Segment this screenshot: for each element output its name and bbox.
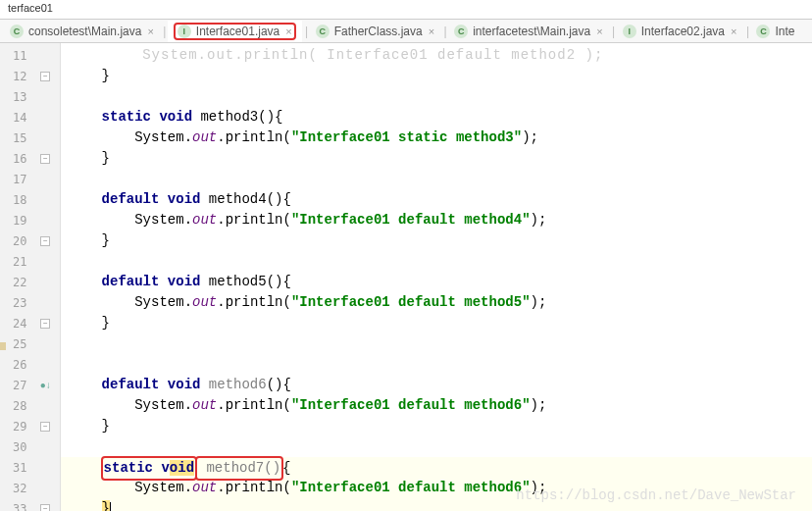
- line-number: 26: [0, 358, 31, 372]
- line-number: 30: [0, 440, 31, 454]
- code-line: }: [61, 313, 812, 333]
- code-line: }: [61, 416, 812, 436]
- code-line: [61, 333, 812, 354]
- code-line: System.out.println("Interface01 default …: [61, 478, 812, 498]
- line-number: 27: [0, 379, 31, 392]
- line-number: 28: [0, 399, 31, 413]
- line-number: 18: [0, 193, 31, 207]
- window-title: terface01: [0, 0, 812, 20]
- fold-end-icon[interactable]: −: [40, 154, 50, 164]
- line-number: 29: [0, 420, 31, 434]
- line-number: 12: [0, 70, 31, 83]
- code-line: System.out.println("Interface01 default …: [61, 210, 812, 230]
- class-icon: C: [10, 25, 24, 38]
- fold-end-icon[interactable]: −: [40, 236, 50, 246]
- annotation-highlight: I Interface01.java ×: [174, 23, 296, 40]
- close-icon[interactable]: ×: [731, 26, 736, 37]
- fold-end-icon[interactable]: −: [40, 504, 50, 512]
- code-line: [61, 436, 812, 457]
- close-icon[interactable]: ×: [147, 26, 153, 37]
- tab-label: consoletest\Main.java: [28, 25, 141, 38]
- line-number: 24: [0, 317, 31, 331]
- fold-end-icon[interactable]: −: [40, 319, 50, 329]
- close-icon[interactable]: ×: [596, 26, 602, 37]
- tab-label: interfacetest\Main.java: [473, 25, 590, 38]
- code-line: }: [61, 148, 812, 169]
- interface-icon: I: [623, 25, 636, 38]
- code-area[interactable]: System.out.println( Interface01 default …: [61, 43, 812, 511]
- line-number: 17: [0, 173, 31, 186]
- tab-bar: C consoletest\Main.java × | I Interface0…: [0, 20, 812, 43]
- tab-label: Interface02.java: [641, 25, 725, 38]
- line-number: 32: [0, 482, 31, 495]
- tab-label: Inte: [775, 25, 794, 38]
- code-line: [61, 251, 812, 272]
- override-marker-icon[interactable]: ●↓: [40, 380, 51, 390]
- class-icon: C: [316, 25, 330, 38]
- line-number: 19: [0, 214, 31, 228]
- code-line: static void method3(){: [61, 107, 812, 128]
- line-number: 11: [0, 49, 31, 63]
- change-marker-strip: [0, 43, 4, 511]
- line-number: 15: [0, 131, 31, 145]
- code-line: static void method7(){: [61, 457, 812, 478]
- tab-consoletest-main[interactable]: C consoletest\Main.java ×: [4, 23, 160, 40]
- code-line: }: [61, 230, 812, 251]
- code-line: default void method4(){: [61, 189, 812, 210]
- code-line: System.out.println("Interface01 default …: [61, 292, 812, 313]
- code-line: System.out.println("Interface01 default …: [61, 395, 812, 416]
- line-number: 20: [0, 234, 31, 248]
- code-line: default void method6(){: [61, 375, 812, 395]
- tab-label: FatherClass.java: [334, 25, 423, 38]
- tab-interface01[interactable]: I Interface01.java ×: [168, 21, 302, 42]
- fold-end-icon[interactable]: −: [40, 422, 50, 432]
- line-number: 13: [0, 90, 31, 104]
- fold-end-icon[interactable]: −: [40, 72, 50, 81]
- class-icon: C: [756, 25, 770, 38]
- code-line: [61, 169, 812, 189]
- close-icon[interactable]: ×: [429, 26, 434, 37]
- line-number: 31: [0, 461, 31, 475]
- tab-interfacetest-main[interactable]: C interfacetest\Main.java ×: [448, 23, 609, 40]
- class-icon: C: [454, 25, 468, 38]
- line-number: 33: [0, 502, 31, 512]
- line-number: 21: [0, 255, 31, 269]
- code-editor[interactable]: 11 12− 13 14 15 16− 17 18 19 20− 21 22 2…: [0, 43, 812, 511]
- code-line: System.out.println( Interface01 default …: [61, 45, 812, 66]
- code-line: System.out.println("Interface01 static m…: [61, 128, 812, 148]
- gutter: 11 12− 13 14 15 16− 17 18 19 20− 21 22 2…: [0, 43, 61, 511]
- tab-overflow[interactable]: C Inte: [750, 23, 800, 40]
- tab-interface02[interactable]: I Interface02.java ×: [617, 23, 743, 40]
- code-line: [61, 86, 812, 107]
- line-number: 23: [0, 296, 31, 310]
- tab-fatherclass[interactable]: C FatherClass.java ×: [310, 23, 440, 40]
- code-line: }: [61, 66, 812, 86]
- code-line: }: [61, 498, 812, 511]
- line-number: 16: [0, 152, 31, 166]
- code-line: [61, 354, 812, 375]
- line-number: 14: [0, 111, 31, 125]
- code-line: default void method5(){: [61, 272, 812, 292]
- close-icon[interactable]: ×: [285, 26, 291, 37]
- tab-label: Interface01.java: [196, 25, 279, 38]
- line-number: 22: [0, 276, 31, 289]
- interface-icon: I: [178, 25, 191, 38]
